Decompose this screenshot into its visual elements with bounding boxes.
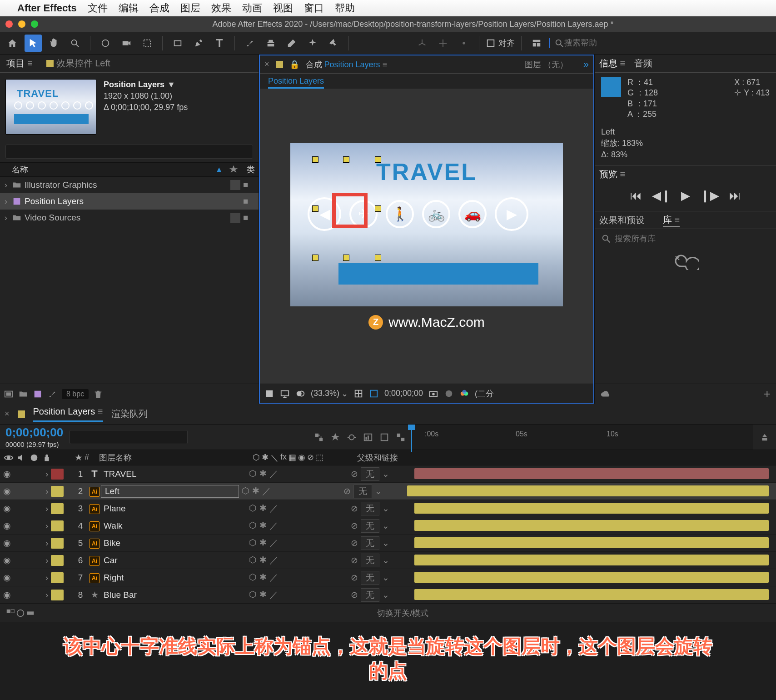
toggle-modes-icon[interactable] [15, 608, 25, 618]
draft-3d-icon[interactable] [330, 432, 340, 442]
region-icon[interactable] [444, 389, 454, 399]
first-frame-button[interactable]: ⏮ [630, 189, 642, 203]
monitor-icon[interactable] [280, 389, 290, 399]
visibility-toggle[interactable]: ◉ [0, 469, 14, 479]
timeline-search-input[interactable] [70, 430, 188, 444]
visibility-toggle[interactable]: ◉ [0, 503, 14, 514]
tab-effects-presets[interactable]: 效果和预设 [599, 214, 645, 226]
tab-timeline-comp[interactable]: Position Layers ≡ [33, 406, 103, 422]
toggle-switches-icon[interactable] [5, 608, 15, 618]
orbit-tool-icon[interactable] [97, 35, 114, 52]
menu-file[interactable]: 文件 [88, 1, 108, 15]
tab-libraries[interactable]: 库 ≡ [663, 214, 680, 227]
clone-stamp-tool-icon[interactable] [262, 35, 279, 52]
3d-axis-icon[interactable] [413, 35, 431, 52]
collapse-panel-icon[interactable] [760, 432, 770, 442]
comp-flowchart-icon[interactable] [314, 432, 324, 442]
layer-name[interactable]: Walk [101, 521, 246, 531]
brush-tool-icon[interactable] [241, 35, 259, 52]
adjustment-icon[interactable] [47, 389, 57, 399]
motion-blur-icon[interactable] [347, 432, 357, 442]
tab-preview[interactable]: 预览 ≡ [599, 168, 625, 180]
layer-name[interactable]: TRAVEL [101, 469, 246, 479]
guides-icon[interactable] [369, 389, 379, 399]
visibility-toggle[interactable]: ◉ [0, 538, 14, 548]
3d-local-axis-icon[interactable] [434, 35, 452, 52]
layer-row[interactable]: ◉ › 8 ★ Blue Bar ⬡✱／ ⊘无⌄ [0, 586, 776, 604]
next-frame-button[interactable]: ❙▶ [700, 189, 719, 203]
eraser-tool-icon[interactable] [283, 35, 300, 52]
selection-tool-icon[interactable] [25, 35, 42, 52]
maximize-window-icon[interactable] [31, 20, 38, 28]
parent-link[interactable]: ⊘无⌄ [351, 467, 414, 481]
workspace-settings-icon[interactable] [528, 35, 545, 52]
play-button[interactable]: ▶ [681, 189, 690, 203]
layer-row[interactable]: ◉ › 7 Ai Right ⬡✱／ ⊘无⌄ [0, 569, 776, 586]
layer-row[interactable]: ◉ › 6 Ai Car ⬡✱／ ⊘无⌄ [0, 552, 776, 569]
menu-animation[interactable]: 动画 [242, 1, 262, 15]
comp-thumbnail[interactable]: TRAVEL [5, 79, 96, 135]
composition-viewer[interactable]: TRAVEL ◀ ✈ 🚶 🚲 🚗 ▶ [290, 143, 563, 306]
puppet-tool-icon[interactable] [325, 35, 342, 52]
layer-name[interactable]: Bike [101, 538, 246, 548]
visibility-toggle[interactable]: ◉ [0, 520, 14, 531]
tab-info[interactable]: 信息 ≡ [599, 57, 625, 70]
current-time[interactable]: 0;00;00;00 [5, 425, 63, 440]
tab-render-queue[interactable]: 渲染队列 [111, 408, 148, 420]
library-search-input[interactable] [615, 234, 720, 244]
pen-tool-icon[interactable] [190, 35, 207, 52]
parent-link[interactable]: ⊘无⌄ [343, 485, 407, 498]
close-tab-icon[interactable]: × [264, 60, 269, 69]
tab-composition-viewer[interactable]: 合成 Position Layers ≡ [306, 59, 388, 70]
menu-view[interactable]: 视图 [273, 1, 293, 15]
parent-link[interactable]: ⊘无⌄ [351, 536, 414, 550]
visibility-toggle[interactable]: ◉ [0, 555, 14, 565]
layer-row[interactable]: ◉ › 1 T TRAVEL ⬡✱／ ⊘无⌄ [0, 465, 776, 483]
app-name[interactable]: After Effects [17, 2, 77, 14]
minimize-window-icon[interactable] [18, 20, 25, 28]
toggle-switches-modes-button[interactable]: 切换开关/模式 [35, 608, 771, 619]
layer-name[interactable]: Blue Bar [101, 590, 246, 600]
help-search[interactable] [549, 38, 772, 48]
layer-row[interactable]: ◉ › 5 Ai Bike ⬡✱／ ⊘无⌄ [0, 535, 776, 552]
visibility-toggle[interactable]: ◉ [0, 590, 14, 600]
more-tabs-icon[interactable]: » [583, 59, 589, 70]
parent-link[interactable]: ⊘无⌄ [351, 554, 414, 567]
prev-frame-button[interactable]: ◀❙ [652, 189, 671, 203]
playhead[interactable] [411, 427, 412, 452]
help-search-input[interactable] [564, 38, 655, 48]
last-frame-button[interactable]: ⏭ [729, 189, 741, 203]
home-button[interactable] [4, 35, 21, 52]
resolution-dropdown[interactable]: (二分 [475, 388, 494, 399]
zoom-tool-icon[interactable] [66, 35, 84, 52]
parent-link[interactable]: ⊘无⌄ [351, 588, 414, 602]
layer-row[interactable]: ◉ › 4 Ai Walk ⬡✱／ ⊘无⌄ [0, 517, 776, 535]
close-window-icon[interactable] [5, 20, 13, 28]
menu-effect[interactable]: 效果 [211, 1, 231, 15]
tab-effect-controls[interactable]: 效果控件 Left [42, 55, 115, 72]
visibility-toggle[interactable]: ◉ [0, 572, 14, 583]
parent-link[interactable]: ⊘无⌄ [351, 502, 414, 515]
tab-audio[interactable]: 音频 [634, 57, 652, 70]
tab-layer-viewer[interactable]: 图层 （无） [525, 59, 568, 70]
frame-blend-icon[interactable] [379, 432, 389, 442]
lock-icon[interactable]: 🔒 [289, 60, 299, 70]
mask-icon[interactable] [295, 389, 305, 399]
hand-tool-icon[interactable] [45, 35, 63, 52]
visibility-toggle[interactable]: ◉ [0, 486, 14, 496]
project-search-input[interactable] [5, 145, 253, 159]
layer-row[interactable]: ◉ › 2 Ai Left ⬡✱／ ⊘无⌄ [0, 483, 776, 500]
toggle-in-out-icon[interactable] [25, 608, 35, 618]
add-to-library-button[interactable]: + [764, 387, 771, 401]
time-ruler[interactable]: :00s05s10s [411, 425, 753, 450]
cloud-sync-icon[interactable] [600, 389, 610, 399]
viewer-timecode[interactable]: 0;00;00;00 [384, 389, 423, 398]
project-item[interactable]: ›Illustrator Graphics■ [0, 177, 259, 193]
menu-layer[interactable]: 图层 [180, 1, 200, 15]
snapshot-icon[interactable] [428, 389, 438, 399]
new-folder-icon[interactable] [18, 389, 28, 399]
layer-name[interactable]: Left [101, 485, 239, 498]
bpc-button[interactable]: 8 bpc [62, 389, 89, 399]
project-item[interactable]: ›Position Layers■ [0, 193, 259, 210]
3d-view-axis-icon[interactable] [455, 35, 473, 52]
